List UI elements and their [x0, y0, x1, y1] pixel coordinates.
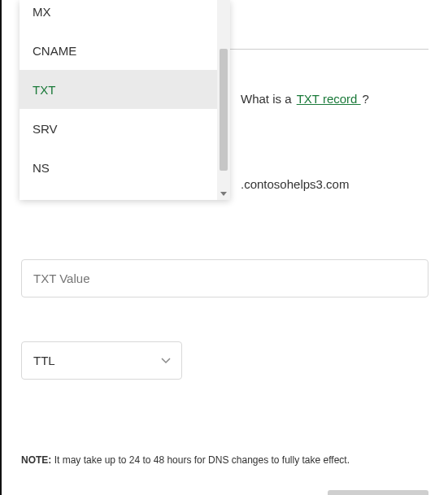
txt-record-help-link[interactable]: TXT record — [297, 92, 361, 106]
note-label: NOTE: — [21, 454, 51, 466]
chevron-down-icon[interactable] — [217, 189, 230, 200]
note-text: NOTE: It may take up to 24 to 48 hours f… — [21, 454, 428, 466]
record-type-option-list: MXCNAMETXTSRVNS — [20, 0, 217, 200]
note-body: It may take up to 24 to 48 hours for DNS… — [51, 454, 350, 466]
record-type-option-cname[interactable]: CNAME — [20, 31, 217, 70]
record-type-option-txt[interactable]: TXT — [20, 70, 217, 109]
ttl-select[interactable]: TTL — [21, 341, 182, 380]
dropdown-scrollbar[interactable] — [217, 0, 230, 200]
record-type-option-mx[interactable]: MX — [20, 0, 217, 31]
domain-suffix-label: .contosohelps3.com — [241, 177, 428, 191]
ttl-select-label: TTL — [33, 354, 55, 367]
record-type-dropdown: MXCNAMETXTSRVNS — [20, 0, 230, 200]
whatis-suffix: ? — [363, 92, 369, 106]
record-type-option-ns[interactable]: NS — [20, 148, 217, 187]
dialog-actions: CANCEL ADD — [21, 490, 428, 495]
dns-add-record-panel: What is a TXT record ? .contosohelps3.co… — [0, 0, 448, 495]
txt-value-input[interactable] — [21, 259, 428, 297]
whatis-text: What is a TXT record ? — [241, 92, 369, 106]
add-button[interactable]: ADD — [328, 490, 428, 495]
whatis-prefix: What is a — [241, 92, 295, 106]
dropdown-scrollbar-thumb[interactable] — [220, 49, 228, 171]
record-type-option-srv[interactable]: SRV — [20, 109, 217, 148]
